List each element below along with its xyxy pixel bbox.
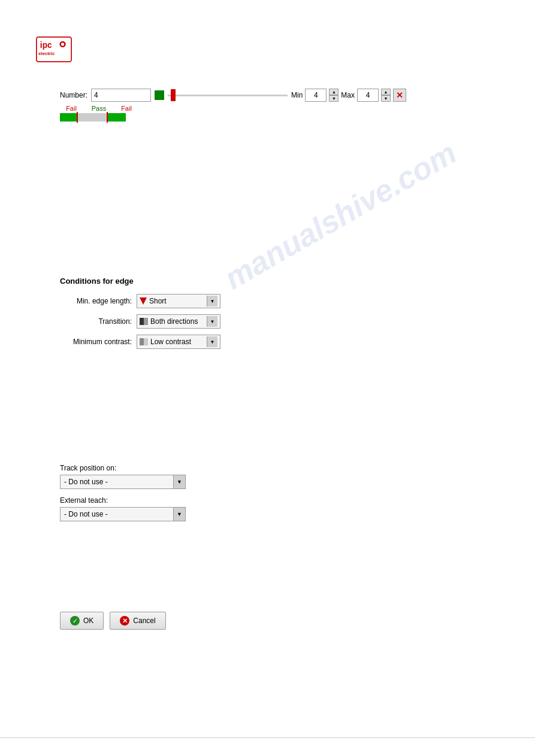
svg-point-4 — [61, 42, 64, 45]
track-position-arrow[interactable]: ▼ — [173, 475, 185, 488]
max-down-btn[interactable]: ▼ — [381, 95, 391, 102]
pass-label: Pass — [84, 105, 114, 112]
min-edge-length-label: Min. edge length: — [60, 297, 132, 305]
slider-thumb[interactable] — [171, 89, 176, 101]
cancel-label: Cancel — [133, 617, 155, 625]
max-spinner-buttons[interactable]: ▲ ▼ — [381, 89, 391, 102]
bar-fail-right — [108, 113, 126, 122]
pass-fail-area: Fail Pass Fail — [60, 105, 138, 122]
both-directions-icon — [140, 318, 148, 325]
min-up-btn[interactable]: ▲ — [329, 89, 338, 95]
min-down-btn[interactable]: ▼ — [329, 95, 338, 102]
minimum-contrast-arrow[interactable]: ▼ — [207, 336, 217, 347]
number-input[interactable] — [91, 89, 151, 102]
minimum-contrast-row: Minimum contrast: Low contrast ▼ — [60, 335, 220, 349]
conditions-section: Conditions for edge Min. edge length: Sh… — [60, 277, 220, 355]
external-teach-value: - Do not use - — [61, 510, 173, 518]
short-icon — [140, 297, 147, 305]
track-section: Track position on: - Do not use - ▼ Exte… — [60, 464, 186, 529]
logo-svg: ipc electric — [36, 36, 72, 63]
pass-fail-labels: Fail Pass Fail — [60, 105, 138, 112]
tick-right — [107, 112, 108, 123]
bottom-divider — [0, 737, 535, 738]
slider-line — [168, 95, 288, 96]
external-teach-arrow[interactable]: ▼ — [173, 508, 185, 521]
bar-fail-left — [60, 113, 78, 122]
svg-text:electric: electric — [38, 51, 55, 56]
green-indicator — [155, 90, 164, 100]
cancel-icon: ✕ — [120, 616, 129, 626]
conditions-title: Conditions for edge — [60, 277, 220, 286]
tick-left — [77, 112, 78, 123]
min-label: Min — [291, 91, 303, 99]
min-edge-length-select[interactable]: Short ▼ — [137, 294, 220, 308]
ok-button[interactable]: ✓ OK — [60, 612, 104, 630]
transition-arrow[interactable]: ▼ — [207, 316, 217, 327]
buttons-area: ✓ OK ✕ Cancel — [60, 612, 166, 630]
bar-pass — [78, 113, 108, 122]
min-edge-length-value: Short — [149, 297, 167, 305]
transition-select[interactable]: Both directions ▼ — [137, 314, 220, 329]
number-label: Number: — [60, 91, 87, 99]
min-max-row: Min ▲ ▼ Max ▲ ▼ ✕ — [291, 89, 406, 102]
cancel-button[interactable]: ✕ Cancel — [110, 612, 165, 630]
transition-content: Both directions — [140, 317, 207, 326]
max-up-btn[interactable]: ▲ — [381, 89, 391, 95]
number-row: Number: Min ▲ ▼ Max ▲ ▼ ✕ — [60, 89, 406, 102]
fail-left-label: Fail — [60, 105, 83, 112]
ok-icon: ✓ — [70, 616, 80, 626]
min-edge-length-arrow[interactable]: ▼ — [207, 296, 217, 306]
svg-text:ipc: ipc — [40, 41, 52, 50]
logo-area: ipc electric — [36, 36, 72, 65]
slider-track[interactable] — [168, 89, 288, 102]
max-input[interactable] — [357, 89, 379, 102]
minimum-contrast-select[interactable]: Low contrast ▼ — [137, 335, 220, 349]
transition-row: Transition: Both directions ▼ — [60, 314, 220, 329]
min-edge-length-content: Short — [140, 297, 207, 305]
fail-right-label: Fail — [115, 105, 138, 112]
minimum-contrast-content: Low contrast — [140, 338, 207, 346]
low-contrast-icon — [140, 338, 148, 345]
min-input[interactable] — [305, 89, 327, 102]
max-label: Max — [341, 91, 355, 99]
pass-fail-bar — [60, 113, 138, 122]
track-position-dropdown[interactable]: - Do not use - ▼ — [60, 475, 186, 489]
external-teach-label: External teach: — [60, 496, 186, 505]
min-spinner-buttons[interactable]: ▲ ▼ — [329, 89, 338, 102]
ok-label: OK — [83, 617, 93, 625]
min-edge-length-row: Min. edge length: Short ▼ — [60, 294, 220, 308]
minimum-contrast-value: Low contrast — [150, 338, 191, 346]
reset-button[interactable]: ✕ — [393, 89, 406, 102]
transition-label: Transition: — [60, 317, 132, 326]
track-position-label: Track position on: — [60, 464, 186, 472]
external-teach-dropdown[interactable]: - Do not use - ▼ — [60, 507, 186, 521]
track-position-value: - Do not use - — [61, 478, 173, 486]
minimum-contrast-label: Minimum contrast: — [60, 338, 132, 346]
transition-value: Both directions — [150, 317, 198, 326]
watermark: manualshive.com — [218, 135, 463, 296]
